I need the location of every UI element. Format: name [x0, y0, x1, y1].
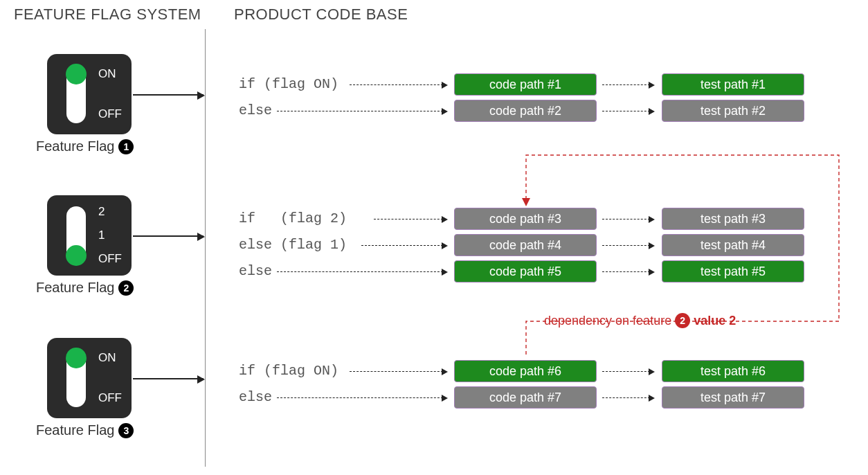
arrow-code5-test [602, 271, 653, 272]
dependency-suffix: value 2 [694, 314, 736, 328]
flag-knob [66, 64, 87, 84]
code-path-3: code path #3 [454, 208, 597, 230]
flag-label-on: ON [98, 67, 122, 81]
flag-label-1: 1 [98, 228, 122, 242]
test-path-1: test path #1 [662, 73, 804, 96]
flag-label-on: ON [98, 351, 122, 365]
arrow-cond3-code [374, 219, 446, 219]
arrow-code7-test [602, 397, 653, 398]
arrow-code6-test [602, 371, 653, 372]
arrow-code2-test [602, 111, 653, 111]
cond-row-6: if (flag ON) [239, 363, 338, 379]
arrow-code1-test [602, 84, 653, 85]
flag-number-1: 1 [118, 139, 134, 154]
heading-feature-flag-system: FEATURE FLAG SYSTEM [14, 6, 201, 24]
dependency-flag-num: 2 [675, 313, 690, 328]
column-divider [205, 29, 206, 467]
flag-knob [66, 245, 87, 266]
cond-row-2: else [239, 102, 272, 118]
flag-label-2: 2 [98, 205, 122, 219]
test-path-4: test path #4 [662, 234, 804, 256]
flag-labels: ON OFF [98, 54, 122, 134]
cond-row-1: if (flag ON) [239, 76, 338, 92]
code-path-7: code path #7 [454, 386, 597, 409]
flag-caption-text: Feature Flag [36, 280, 114, 296]
test-path-3: test path #3 [662, 208, 804, 230]
arrow-cond2-code [277, 111, 446, 111]
arrow-cond6-code [350, 371, 446, 372]
code-path-4: code path #4 [454, 234, 597, 256]
flag-number-3: 3 [118, 423, 134, 438]
arrow-flag1-to-code [133, 94, 204, 96]
svg-marker-0 [522, 198, 530, 206]
cond-row-4: else (flag 1) [239, 237, 347, 253]
flag-labels: ON OFF [98, 338, 122, 418]
flag-knob [66, 348, 87, 368]
dependency-label: dependency on feature 2 value 2 [544, 313, 736, 328]
flag-widget-3: ON OFF [47, 338, 132, 418]
test-path-6: test path #6 [662, 360, 804, 382]
code-path-1: code path #1 [454, 73, 597, 96]
dependency-prefix: dependency on feature [544, 314, 671, 328]
arrow-cond1-code [350, 84, 446, 85]
cond-row-7: else [239, 389, 272, 405]
test-path-5: test path #5 [662, 260, 804, 283]
flag-widget-2: 2 1 OFF [47, 195, 132, 276]
flag-labels: 2 1 OFF [98, 195, 122, 276]
code-path-2: code path #2 [454, 100, 597, 122]
test-path-7: test path #7 [662, 386, 804, 409]
arrow-cond7-code [277, 397, 446, 398]
arrow-code3-test [602, 219, 653, 219]
flag-caption-1: Feature Flag 1 [36, 138, 134, 154]
arrow-cond4-code [361, 245, 446, 246]
flag-widget-1: ON OFF [47, 54, 132, 134]
flag-caption-3: Feature Flag 3 [36, 422, 134, 438]
arrow-flag2-to-code [133, 235, 204, 237]
flag-caption-text: Feature Flag [36, 138, 114, 154]
arrow-flag3-to-code [133, 378, 204, 379]
arrow-cond5-code [277, 271, 446, 272]
flag-caption-text: Feature Flag [36, 422, 114, 438]
arrow-code4-test [602, 245, 653, 246]
code-path-5: code path #5 [454, 260, 597, 283]
cond-row-5: else [239, 263, 272, 279]
flag-number-2: 2 [118, 280, 134, 296]
flag-label-off: OFF [98, 252, 122, 266]
flag-label-off: OFF [98, 391, 122, 405]
heading-product-code-base: PRODUCT CODE BASE [234, 6, 408, 24]
test-path-2: test path #2 [662, 100, 804, 122]
cond-row-3: if (flag 2) [239, 210, 347, 226]
flag-caption-2: Feature Flag 2 [36, 280, 134, 296]
flag-label-off: OFF [98, 107, 122, 121]
code-path-6: code path #6 [454, 360, 597, 382]
